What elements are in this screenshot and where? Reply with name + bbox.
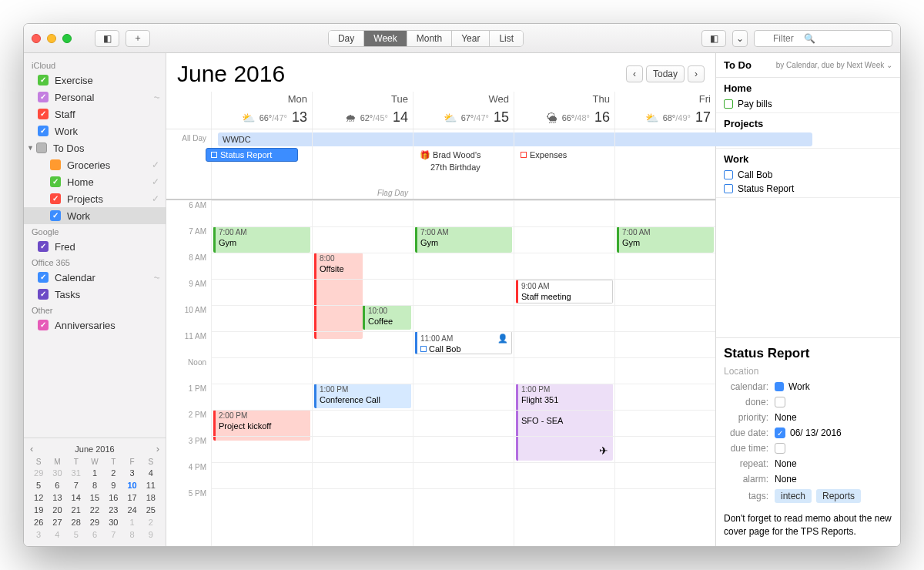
inspector-location-field[interactable]: Location bbox=[724, 366, 892, 377]
minical-day[interactable]: 14 bbox=[68, 492, 85, 503]
inspector-repeat-value[interactable]: None bbox=[775, 458, 797, 469]
event-staff-meeting[interactable]: 9:00 AMStaff meeting bbox=[516, 280, 613, 303]
checkbox-icon[interactable] bbox=[724, 99, 733, 109]
allday-lane-17[interactable] bbox=[614, 129, 715, 199]
minical-day[interactable]: 5 bbox=[30, 480, 47, 491]
duedate-checkbox[interactable] bbox=[775, 428, 785, 438]
minical-day[interactable]: 11 bbox=[142, 480, 159, 491]
inspector-menu-button[interactable]: ⌄ bbox=[732, 30, 748, 47]
allday-event-status-report[interactable]: Status Report bbox=[206, 148, 298, 162]
event-coffee[interactable]: 10:00Coffee bbox=[363, 305, 411, 330]
checkbox-icon[interactable] bbox=[50, 159, 61, 170]
minical-day[interactable]: 7 bbox=[68, 480, 85, 491]
minical-day[interactable]: 15 bbox=[86, 492, 103, 503]
checkbox-icon[interactable] bbox=[50, 210, 61, 221]
minical-next-button[interactable]: › bbox=[156, 443, 159, 454]
view-day[interactable]: Day bbox=[329, 31, 363, 46]
allday-lane-14[interactable]: Flag Day bbox=[312, 129, 413, 199]
day-column-14[interactable]: 8:00Offsite 10:00Coffee 1:00 PMConferenc… bbox=[312, 200, 413, 546]
event-flight[interactable]: 1:00 PMFlight 351SFO - SEA✈ bbox=[516, 384, 613, 461]
inspector-title[interactable]: Status Report bbox=[724, 346, 892, 361]
minical-day[interactable]: 8 bbox=[123, 529, 140, 540]
today-button[interactable]: Today bbox=[646, 65, 685, 82]
checkbox-icon[interactable] bbox=[36, 142, 47, 153]
minical-day[interactable]: 26 bbox=[30, 517, 47, 528]
checkbox-icon[interactable] bbox=[38, 126, 49, 136]
minical-day[interactable]: 16 bbox=[105, 492, 122, 503]
calendar-o365-calendar[interactable]: Calendar⏦ bbox=[24, 269, 166, 286]
todo-item-call-bob[interactable]: Call Bob bbox=[724, 168, 892, 182]
minical-day[interactable]: 28 bbox=[68, 517, 85, 528]
zoom-icon[interactable] bbox=[62, 34, 72, 43]
event-gym-fri[interactable]: 7:00 AMGym bbox=[617, 226, 714, 253]
minical-day[interactable]: 6 bbox=[86, 529, 103, 540]
minical-day[interactable]: 22 bbox=[86, 505, 103, 515]
done-checkbox[interactable] bbox=[775, 397, 785, 407]
minical-prev-button[interactable]: ‹ bbox=[30, 443, 33, 454]
todolist-work[interactable]: Work bbox=[24, 207, 166, 224]
minical-day[interactable]: 3 bbox=[123, 468, 140, 478]
event-conference-call[interactable]: 1:00 PMConference Call bbox=[314, 384, 411, 408]
checkbox-icon[interactable] bbox=[724, 184, 733, 193]
minical-day[interactable]: 13 bbox=[49, 492, 65, 503]
minical-day[interactable]: 20 bbox=[49, 505, 65, 515]
minical-day[interactable]: 6 bbox=[49, 480, 65, 491]
minical-day[interactable]: 5 bbox=[68, 529, 85, 540]
todo-item-pay-bills[interactable]: Pay bills bbox=[724, 97, 892, 111]
checkbox-icon[interactable] bbox=[50, 193, 61, 204]
filter-search[interactable]: 🔍 bbox=[754, 30, 892, 47]
checkbox-icon[interactable] bbox=[38, 272, 49, 283]
inspector-priority-value[interactable]: None bbox=[775, 412, 797, 423]
minical-day[interactable]: 29 bbox=[86, 517, 103, 528]
day-column-13[interactable]: 7:00 AMGym 2:00 PMProject kickoff bbox=[211, 200, 312, 546]
checkbox-icon[interactable] bbox=[38, 289, 49, 300]
minical-day[interactable]: 10 bbox=[123, 480, 140, 491]
minical-day[interactable]: 30 bbox=[105, 517, 122, 528]
calendar-o365-tasks[interactable]: Tasks bbox=[24, 286, 166, 303]
allday-lane-13[interactable]: WWDC Status Report bbox=[211, 129, 312, 199]
allday-event-expenses[interactable]: Expenses bbox=[516, 148, 571, 162]
minical-day[interactable]: 17 bbox=[123, 492, 140, 503]
allday-lane-16[interactable]: Expenses bbox=[514, 129, 614, 199]
tag-intech[interactable]: intech bbox=[775, 489, 812, 503]
day-column-17[interactable]: 7:00 AMGym bbox=[614, 200, 715, 546]
inspector-toggle-button[interactable]: ◧ bbox=[701, 30, 726, 47]
sidebar-group-todos[interactable]: ▼To Dos bbox=[24, 139, 166, 156]
add-button[interactable]: ＋ bbox=[126, 30, 150, 47]
inspector-alarm-value[interactable]: None bbox=[775, 474, 797, 484]
minical-day[interactable]: 1 bbox=[123, 517, 140, 528]
day-column-15[interactable]: 7:00 AMGym 11:00 AM 👤Call Bob bbox=[413, 200, 514, 546]
minical-day[interactable]: 30 bbox=[49, 468, 65, 478]
minical-day[interactable]: 25 bbox=[142, 505, 159, 515]
minical-day[interactable]: 2 bbox=[105, 468, 122, 478]
minical-day[interactable]: 4 bbox=[142, 468, 159, 478]
calendar-fred[interactable]: Fred bbox=[24, 238, 166, 255]
todolist-home[interactable]: Home✓ bbox=[24, 173, 166, 190]
calendar-anniversaries[interactable]: Anniversaries bbox=[24, 317, 166, 334]
view-year[interactable]: Year bbox=[451, 31, 489, 46]
minical-day[interactable]: 9 bbox=[142, 529, 159, 540]
minical-day[interactable]: 3 bbox=[30, 529, 47, 540]
sidebar-toggle-button[interactable]: ◧ bbox=[95, 30, 119, 47]
event-gym-wed[interactable]: 7:00 AMGym bbox=[415, 226, 512, 253]
filter-input[interactable] bbox=[754, 30, 892, 47]
hour-grid[interactable]: 6 AM7 AM8 AM9 AM10 AM11 AMNoon1 PM2 PM3 … bbox=[166, 200, 715, 546]
inspector-calendar-value[interactable]: Work bbox=[775, 381, 810, 392]
disclosure-icon[interactable]: ▼ bbox=[27, 144, 34, 152]
minical-day[interactable]: 19 bbox=[30, 505, 47, 515]
view-month[interactable]: Month bbox=[407, 31, 451, 46]
checkbox-icon[interactable] bbox=[38, 241, 49, 252]
minical-day[interactable]: 12 bbox=[30, 492, 47, 503]
calendar-staff[interactable]: Staff bbox=[24, 106, 166, 122]
calendar-work[interactable]: Work bbox=[24, 122, 166, 139]
todo-item-status-report[interactable]: Status Report bbox=[724, 182, 892, 196]
inspector-duedate-value[interactable]: 06/ 13/ 2016 bbox=[775, 428, 842, 438]
minical-day[interactable]: 27 bbox=[49, 517, 65, 528]
checkbox-icon[interactable] bbox=[38, 109, 49, 119]
minical-day[interactable]: 9 bbox=[105, 480, 122, 491]
event-offsite[interactable]: 8:00Offsite bbox=[314, 253, 363, 339]
event-gym-mon[interactable]: 7:00 AMGym bbox=[213, 226, 310, 253]
view-week[interactable]: Week bbox=[363, 31, 406, 46]
prev-week-button[interactable]: ‹ bbox=[626, 65, 643, 82]
todo-sort-dropdown[interactable]: by Calendar, due by Next Week ⌄ bbox=[776, 61, 892, 69]
